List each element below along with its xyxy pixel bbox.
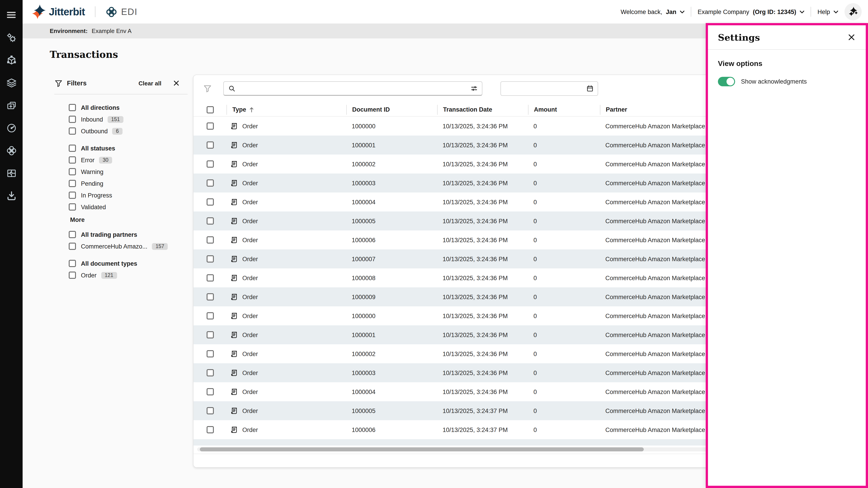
filter-checkbox[interactable] [69, 271, 76, 279]
filter-item[interactable]: Validated [54, 201, 188, 213]
filter-group: All statuses Error 30 Warning Pending In… [54, 142, 188, 223]
user-menu[interactable]: Welcome back, Jan [621, 8, 685, 15]
row-checkbox[interactable] [206, 369, 214, 377]
jitterbit-star-icon [32, 4, 46, 19]
filter-label: Inbound [81, 116, 103, 123]
filter-checkbox[interactable] [69, 168, 76, 175]
column-header-document-id[interactable]: Document ID [346, 105, 437, 115]
row-checkbox[interactable] [206, 160, 214, 168]
downloads-icon[interactable] [2, 187, 20, 205]
filter-checkbox[interactable] [69, 156, 76, 164]
filter-item[interactable]: CommerceHub Amazo... 157 [54, 240, 188, 252]
row-checkbox[interactable] [206, 312, 214, 320]
filter-checkbox[interactable] [69, 116, 76, 123]
edi-logo[interactable]: EDI [105, 6, 138, 18]
jitterbit-logo[interactable]: Jitterbit [32, 4, 85, 19]
filter-checkbox[interactable] [69, 104, 76, 111]
filter-checkbox[interactable] [69, 180, 76, 187]
receipt-icon [230, 293, 238, 301]
filter-checkbox[interactable] [69, 242, 76, 250]
help-menu[interactable]: Help [817, 8, 838, 15]
filter-item[interactable]: In Progress [54, 189, 188, 201]
filter-item[interactable]: Inbound 151 [54, 113, 188, 125]
receipt-icon [230, 312, 238, 320]
row-checkbox[interactable] [206, 123, 214, 130]
org-menu[interactable]: Example Company (Org ID: 12345) [698, 8, 804, 15]
row-transaction-date: 10/13/2025, 3:24:36 PM [437, 236, 528, 243]
integration-studio-cube-icon[interactable] [2, 51, 20, 69]
app-builder-windows-icon[interactable] [2, 96, 20, 114]
filter-checkbox[interactable] [69, 192, 76, 199]
row-checkbox[interactable] [206, 293, 214, 300]
row-checkbox[interactable] [206, 388, 214, 395]
select-all-checkbox[interactable] [206, 106, 214, 113]
row-checkbox[interactable] [206, 198, 214, 205]
toggle-filters-icon[interactable] [203, 84, 212, 93]
filter-item[interactable]: Outbound 6 [54, 125, 188, 137]
filter-item[interactable]: All directions [54, 102, 188, 113]
filter-checkbox[interactable] [69, 127, 76, 135]
clear-all-button[interactable]: Clear all [138, 80, 161, 87]
filters-close-icon[interactable] [173, 80, 180, 86]
row-checkbox[interactable] [206, 236, 214, 243]
column-header-transaction-date[interactable]: Transaction Date [437, 105, 528, 115]
row-document-id: 1000007 [346, 256, 437, 262]
calendar-icon[interactable] [586, 85, 594, 94]
ai-assistant-button[interactable] [844, 3, 862, 20]
row-checkbox[interactable] [206, 255, 214, 263]
column-label: Transaction Date [443, 106, 492, 113]
receipt-icon [230, 407, 238, 415]
page-title: Transactions [50, 49, 118, 60]
edi-knot-icon[interactable] [2, 141, 20, 160]
marketplace-puzzle-icon[interactable] [2, 164, 20, 182]
filter-group: All directions Inbound 151 Outbound 6 [54, 102, 188, 137]
row-checkbox[interactable] [206, 274, 214, 282]
api-manager-layers-icon[interactable] [2, 74, 20, 92]
row-amount: 0 [528, 426, 600, 433]
column-label: Document ID [352, 106, 390, 113]
filter-checkbox[interactable] [69, 231, 76, 238]
receipt-icon [230, 160, 238, 168]
filter-checkbox[interactable] [69, 144, 76, 152]
row-document-id: 1000000 [346, 313, 437, 319]
row-amount: 0 [528, 256, 600, 262]
filter-item[interactable]: Error 30 [54, 154, 188, 166]
row-transaction-date: 10/13/2025, 3:24:36 PM [437, 350, 528, 357]
row-amount: 0 [528, 199, 600, 205]
column-header-amount[interactable]: Amount [528, 105, 600, 115]
row-checkbox[interactable] [206, 407, 214, 414]
topbar-divider [811, 7, 811, 17]
monitor-gauge-icon[interactable] [2, 119, 20, 137]
filter-item[interactable]: Order 121 [54, 269, 188, 281]
filter-item[interactable]: All document types [54, 258, 188, 269]
chevron-down-icon [800, 10, 804, 13]
search-options-tune-icon[interactable] [470, 85, 478, 94]
menu-icon[interactable] [2, 6, 20, 24]
row-checkbox[interactable] [206, 350, 214, 357]
settings-close-icon[interactable] [846, 32, 857, 42]
filter-label: All trading partners [81, 231, 137, 238]
show-acknowledgments-toggle[interactable] [718, 77, 735, 86]
filter-item[interactable]: All trading partners [54, 229, 188, 240]
row-checkbox[interactable] [206, 141, 214, 149]
row-amount: 0 [528, 350, 600, 357]
row-checkbox[interactable] [206, 217, 214, 225]
row-checkbox[interactable] [206, 331, 214, 338]
column-header-type[interactable]: Type [226, 105, 346, 115]
row-checkbox[interactable] [206, 180, 214, 187]
filter-checkbox[interactable] [69, 260, 76, 267]
row-amount: 0 [528, 274, 600, 281]
filter-item[interactable]: Warning [54, 166, 188, 177]
row-checkbox[interactable] [206, 426, 214, 433]
scrollbar-thumb[interactable] [200, 447, 644, 451]
management-console-gears-icon[interactable] [2, 29, 20, 46]
filter-item[interactable]: All statuses [54, 142, 188, 154]
topbar-divider [691, 7, 691, 17]
date-range-input[interactable] [500, 81, 598, 96]
filter-label: Error [81, 157, 94, 163]
more-link[interactable]: More [70, 217, 188, 223]
filter-item[interactable]: Pending [54, 177, 188, 189]
search-input[interactable] [223, 81, 483, 96]
row-type: Order [242, 199, 258, 205]
filter-checkbox[interactable] [69, 203, 76, 210]
